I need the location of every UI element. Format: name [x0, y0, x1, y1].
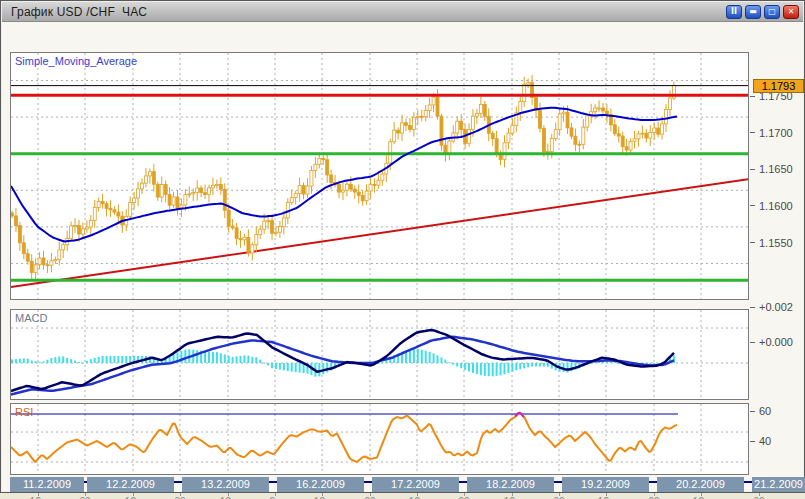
price-label: 1.1550 — [750, 236, 805, 250]
window-buttons: II▬□✕ — [726, 5, 799, 19]
date-label: 19.2.2009 — [562, 477, 649, 492]
date-label: 18.2.2009 — [467, 477, 554, 492]
svg-text:MACD: MACD — [15, 312, 47, 324]
current-price-label: 1.1793 — [753, 79, 804, 93]
main-price-panel[interactable]: Simple_Moving_Average — [10, 52, 749, 300]
close-button[interactable]: ✕ — [783, 5, 799, 19]
rsi-value-label: 40 — [750, 434, 805, 448]
svg-text:Simple_Moving_Average: Simple_Moving_Average — [15, 55, 137, 67]
chart-content: Simple_Moving_Average MACD RSI 1.17501.1… — [2, 22, 803, 491]
rsi-value-label: 60 — [750, 404, 805, 418]
svg-text:RSI: RSI — [15, 406, 33, 418]
screen: График USD /CHF ЧАС II▬□✕ Simple_Moving_… — [0, 0, 805, 499]
rsi-panel[interactable]: RSI — [10, 403, 749, 475]
titlebar[interactable]: График USD /CHF ЧАС II▬□✕ — [2, 2, 803, 22]
date-label: 21.2.2009 — [752, 477, 805, 492]
price-label: 1.1600 — [750, 199, 805, 213]
date-label: 12.2.2009 — [87, 477, 174, 492]
chart-window: График USD /CHF ЧАС II▬□✕ Simple_Moving_… — [0, 0, 805, 493]
date-label: 16.2.2009 — [277, 477, 364, 492]
window-title: График USD /CHF ЧАС — [11, 5, 147, 19]
date-label: 13.2.2009 — [182, 477, 269, 492]
date-label: 20.2.2009 — [657, 477, 744, 492]
restore-button[interactable]: □ — [764, 5, 780, 19]
date-label: 17.2.2009 — [372, 477, 459, 492]
macd-value-label: +0.002 — [750, 300, 805, 314]
macd-value-label: +0.000 — [750, 335, 805, 349]
price-label: 1.1700 — [750, 126, 805, 140]
pause-button[interactable]: II — [726, 5, 742, 19]
minimize-button[interactable]: ▬ — [745, 5, 761, 19]
date-label: 11.2.2009 — [10, 477, 84, 492]
price-label: 1.1650 — [750, 162, 805, 176]
macd-panel[interactable]: MACD — [10, 309, 749, 400]
